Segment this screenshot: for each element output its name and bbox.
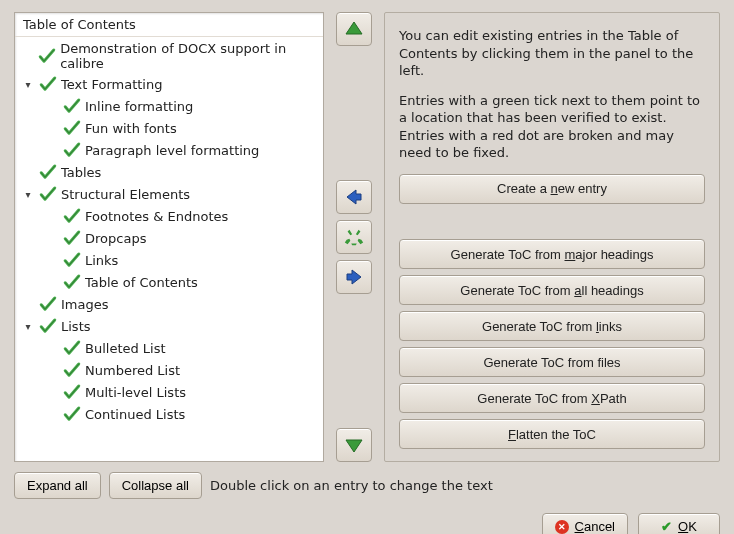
expand-all-button[interactable]: Expand all (14, 472, 101, 499)
gen-files-button[interactable]: Generate ToC from files (399, 347, 705, 377)
cancel-button[interactable]: Cancel (542, 513, 628, 534)
gen-links-button[interactable]: Generate ToC from links (399, 311, 705, 341)
toc-entry-label: Demonstration of DOCX support in calibre (60, 41, 317, 71)
recycle-button[interactable] (336, 220, 372, 254)
green-tick-icon (63, 207, 81, 225)
toc-entry[interactable]: Fun with fonts (19, 117, 319, 139)
toc-entry-label: Dropcaps (85, 231, 146, 246)
check-icon: ✔ (661, 519, 672, 534)
create-entry-button[interactable]: Create a new entry (399, 174, 705, 204)
toc-entry-label: Structural Elements (61, 187, 190, 202)
green-tick-icon (39, 317, 57, 335)
twisty-placeholder (45, 99, 59, 113)
twisty-placeholder (21, 49, 34, 63)
info-text-2: Entries with a green tick next to them p… (399, 92, 705, 162)
gen-all-headings-button[interactable]: Generate ToC from all headings (399, 275, 705, 305)
triangle-up-icon (344, 19, 364, 39)
hint-text: Double click on an entry to change the t… (210, 478, 493, 493)
twisty-placeholder (45, 231, 59, 245)
twisty-placeholder (45, 143, 59, 157)
green-tick-icon (63, 405, 81, 423)
green-tick-icon (38, 47, 56, 65)
arrow-left-icon (344, 187, 364, 207)
twisty-placeholder (45, 253, 59, 267)
toc-entry[interactable]: Bulleted List (19, 337, 319, 359)
toc-entry-label: Images (61, 297, 109, 312)
move-right-button[interactable] (336, 260, 372, 294)
toc-entry-label: Continued Lists (85, 407, 185, 422)
flatten-toc-button[interactable]: Flatten the ToC (399, 419, 705, 449)
toc-entry-label: Table of Contents (85, 275, 198, 290)
green-tick-icon (63, 251, 81, 269)
toc-entry-label: Paragraph level formatting (85, 143, 259, 158)
toc-entry[interactable]: ▾Structural Elements (19, 183, 319, 205)
twisty-placeholder (45, 209, 59, 223)
toc-entry[interactable]: Dropcaps (19, 227, 319, 249)
toc-entry[interactable]: Demonstration of DOCX support in calibre (19, 39, 319, 73)
move-down-button[interactable] (336, 428, 372, 462)
toc-entry[interactable]: Tables (19, 161, 319, 183)
toc-entry[interactable]: Numbered List (19, 359, 319, 381)
toc-entry[interactable]: Footnotes & Endnotes (19, 205, 319, 227)
right-panel: You can edit existing entries in the Tab… (384, 12, 720, 462)
twisty-placeholder (21, 297, 35, 311)
svg-marker-3 (346, 440, 362, 452)
toc-entry[interactable]: Table of Contents (19, 271, 319, 293)
gen-xpath-button[interactable]: Generate ToC from XPath (399, 383, 705, 413)
green-tick-icon (63, 361, 81, 379)
gen-major-headings-button[interactable]: Generate ToC from major headings (399, 239, 705, 269)
reorder-column (332, 12, 376, 462)
toc-entry[interactable]: Multi-level Lists (19, 381, 319, 403)
twisty-placeholder (45, 121, 59, 135)
toc-entry[interactable]: ▾Text Formatting (19, 73, 319, 95)
toc-entry-label: Lists (61, 319, 91, 334)
ok-button[interactable]: ✔ OK (638, 513, 720, 534)
twisty-placeholder (45, 363, 59, 377)
toc-entry[interactable]: Images (19, 293, 319, 315)
twisty-placeholder (45, 341, 59, 355)
toc-entry-label: Tables (61, 165, 101, 180)
chevron-down-icon[interactable]: ▾ (21, 187, 35, 201)
chevron-down-icon[interactable]: ▾ (21, 319, 35, 333)
svg-marker-2 (347, 270, 361, 284)
twisty-placeholder (45, 407, 59, 421)
green-tick-icon (63, 97, 81, 115)
toc-entry-label: Numbered List (85, 363, 180, 378)
toc-entry[interactable]: Paragraph level formatting (19, 139, 319, 161)
chevron-down-icon[interactable]: ▾ (21, 77, 35, 91)
toc-entry-label: Inline formatting (85, 99, 193, 114)
info-text-1: You can edit existing entries in the Tab… (399, 27, 705, 80)
twisty-placeholder (45, 385, 59, 399)
move-left-button[interactable] (336, 180, 372, 214)
green-tick-icon (63, 141, 81, 159)
toc-entry[interactable]: ▾Lists (19, 315, 319, 337)
collapse-all-button[interactable]: Collapse all (109, 472, 202, 499)
toc-entry-label: Bulleted List (85, 341, 166, 356)
green-tick-icon (39, 75, 57, 93)
arrow-right-icon (344, 267, 364, 287)
green-tick-icon (63, 339, 81, 357)
tree-header: Table of Contents (15, 13, 323, 37)
green-tick-icon (63, 229, 81, 247)
green-tick-icon (39, 295, 57, 313)
toc-entry[interactable]: Links (19, 249, 319, 271)
svg-marker-1 (347, 190, 361, 204)
toc-entry-label: Text Formatting (61, 77, 162, 92)
toc-entry[interactable]: Inline formatting (19, 95, 319, 117)
toc-entry-label: Links (85, 253, 118, 268)
green-tick-icon (39, 185, 57, 203)
recycle-icon (343, 226, 365, 248)
toc-entry-label: Fun with fonts (85, 121, 177, 136)
toc-tree[interactable]: Demonstration of DOCX support in calibre… (15, 37, 323, 431)
green-tick-icon (39, 163, 57, 181)
move-up-button[interactable] (336, 12, 372, 46)
toc-entry-label: Multi-level Lists (85, 385, 186, 400)
toc-tree-panel: Table of Contents Demonstration of DOCX … (14, 12, 324, 462)
toc-entry[interactable]: Continued Lists (19, 403, 319, 425)
triangle-down-icon (344, 435, 364, 455)
toc-entry-label: Footnotes & Endnotes (85, 209, 228, 224)
green-tick-icon (63, 273, 81, 291)
twisty-placeholder (45, 275, 59, 289)
cancel-icon (555, 520, 569, 534)
green-tick-icon (63, 119, 81, 137)
